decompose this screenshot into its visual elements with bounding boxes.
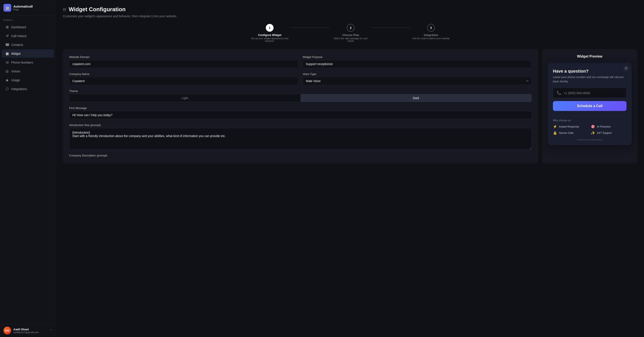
theme-light-button[interactable]: Light: [69, 94, 300, 102]
collapse-sidebar-icon[interactable]: ⊟: [63, 7, 66, 12]
step-line-1: [291, 28, 330, 28]
voice-type-label: Voice Type: [302, 72, 532, 76]
sidebar-item-call-history[interactable]: ↺ Call History: [2, 32, 54, 40]
sidebar-item-dashboard[interactable]: ⊞ Dashboard: [2, 23, 54, 31]
phone-input-icon: 📞: [556, 91, 561, 95]
sidebar-item-label: Dashboard: [11, 26, 26, 29]
preview-title: Widget Preview: [548, 55, 632, 58]
widget-purpose-group: Widget Purpose: [302, 55, 532, 68]
page-subtitle: Customize your widget's appearance and b…: [63, 15, 637, 18]
brand-icon: 🤖: [4, 4, 11, 12]
step-1: 1 Configure Widget Set up your widget ap…: [250, 24, 289, 42]
sidebar-item-label: Voices: [11, 70, 20, 73]
user-email: aadilghani1@gmail.com: [13, 331, 48, 333]
form-row-1: Website Domain Widget Purpose: [69, 55, 532, 68]
feature-label: Secure Calls: [559, 131, 574, 134]
sidebar-item-label: Usage: [11, 78, 20, 82]
first-message-input[interactable]: [69, 111, 532, 119]
lock-icon: 🔒: [553, 131, 557, 135]
feature-ai-precision: 🎯 AI Precision: [591, 125, 626, 129]
sidebar-item-label: Contacts: [11, 43, 23, 47]
theme-label: Theme: [69, 89, 532, 93]
features-grid: ⚡ Instant Response 🎯 AI Precision 🔒 Secu…: [553, 125, 626, 135]
intro-flow-label: Introduction flow (prompt): [69, 123, 532, 127]
brand-plan: Free: [13, 8, 33, 11]
company-desc-group: Company Description (prompt): [69, 154, 532, 157]
feature-secure-calls: 🔒 Secure Calls: [553, 131, 589, 135]
feature-label: AI Precision: [597, 125, 610, 128]
company-desc-label: Company Description (prompt): [69, 154, 532, 157]
widget-subtext: Leave your phone number and our concierg…: [553, 75, 626, 83]
sidebar-item-contacts[interactable]: ☎ Contacts: [2, 41, 54, 49]
powered-by: Powered by Automaticall: [553, 138, 626, 141]
company-name-input[interactable]: [69, 77, 298, 85]
website-domain-group: Website Domain: [69, 55, 298, 68]
lightning-icon: ⚡: [553, 125, 557, 129]
website-domain-input[interactable]: [69, 60, 298, 68]
page-title: Widget Configuration: [69, 6, 126, 13]
content-grid: Website Domain Widget Purpose Company Na…: [63, 49, 637, 163]
widget-purpose-input[interactable]: [302, 60, 532, 68]
user-menu-chevron[interactable]: ⌃: [50, 329, 52, 332]
target-icon: 🎯: [591, 125, 595, 129]
company-name-group: Company Name: [69, 72, 298, 85]
history-icon: ↺: [5, 34, 9, 38]
user-info: Aadil Ghani aadilghani1@gmail.com: [13, 328, 48, 333]
preview-panel: Widget Preview ✕ Have a question? Leave …: [542, 49, 637, 163]
page-header: ⊟ Widget Configuration: [63, 6, 637, 13]
step-3-circle: 3: [427, 24, 435, 32]
sidebar-item-voices[interactable]: ◎ Voices: [2, 67, 54, 75]
widget-icon: ▦: [5, 52, 9, 56]
widget-heading: Have a question?: [553, 69, 626, 74]
feature-label: Instant Response: [559, 125, 579, 128]
widget-purpose-label: Widget Purpose: [302, 55, 532, 59]
stepper: 1 Configure Widget Set up your widget ap…: [63, 24, 637, 42]
grid-icon: ⊞: [5, 25, 9, 29]
feature-instant-response: ⚡ Instant Response: [553, 125, 589, 129]
step-line-2: [372, 28, 410, 28]
sidebar-item-usage[interactable]: ◈ Usage: [2, 76, 54, 84]
sidebar-item-integrations[interactable]: ⬡ Integrations: [2, 85, 54, 93]
form-row-2: Company Name Voice Type Male Voice Femal…: [69, 72, 532, 85]
brand-name: Automaticall: [13, 5, 33, 8]
sidebar-item-phone-numbers[interactable]: ☏ Phone Numbers: [2, 58, 54, 67]
sidebar-item-label: Widget: [11, 52, 21, 55]
step-1-name: Configure Widget: [258, 33, 281, 37]
brand-text: Automaticall Free: [13, 5, 33, 11]
sparkle-icon: ✨: [591, 131, 595, 135]
step-2-circle: 2: [347, 24, 354, 32]
contacts-icon: ☎: [5, 43, 9, 47]
voice-type-select[interactable]: Male Voice Female Voice: [302, 77, 532, 85]
step-3-name: Integration: [424, 33, 438, 37]
step-3-desc: Get the code to add to your website: [412, 37, 450, 40]
sidebar-item-label: Phone Numbers: [11, 61, 33, 64]
integrations-icon: ⬡: [5, 87, 9, 91]
first-message-group: First Message: [69, 106, 532, 119]
sidebar: 🤖 Automaticall Free Platform ⊞ Dashboard…: [0, 0, 56, 337]
widget-close-button[interactable]: ✕: [624, 66, 629, 71]
user-profile[interactable]: AG Aadil Ghani aadilghani1@gmail.com ⌃: [0, 324, 56, 337]
widget-divider: [553, 115, 626, 116]
widget-card: ✕ Have a question? Leave your phone numb…: [548, 63, 632, 145]
feature-247-support: ✨ 24/7 Support: [591, 131, 626, 135]
intro-flow-textarea[interactable]: [Introduction] Start with a friendly int…: [69, 128, 532, 150]
feature-label: 24/7 Support: [597, 131, 612, 134]
phone-icon: ☏: [5, 60, 9, 65]
phone-placeholder-text: +1 (555) 000-0000: [564, 91, 590, 95]
step-1-desc: Set up your widget appearance and behavi…: [250, 37, 289, 42]
theme-dark-button[interactable]: Dark: [300, 94, 532, 102]
avatar: AG: [4, 327, 11, 334]
intro-flow-group: Introduction flow (prompt) [Introduction…: [69, 123, 532, 150]
why-choose-label: Why choose us:: [553, 119, 626, 122]
widget-cta-button[interactable]: Schedule a Call: [553, 101, 626, 111]
widget-phone-input[interactable]: 📞 +1 (555) 000-0000: [553, 88, 626, 98]
user-name: Aadil Ghani: [13, 328, 48, 331]
theme-toggle: Light Dark: [69, 94, 532, 102]
sidebar-item-widget[interactable]: ▦ Widget: [2, 49, 54, 58]
step-1-circle: 1: [266, 24, 274, 32]
sidebar-item-label: Integrations: [11, 87, 27, 91]
voices-icon: ◎: [5, 69, 9, 73]
step-2-name: Choose Plan: [342, 33, 359, 37]
sidebar-item-label: Call History: [11, 34, 27, 38]
step-2-desc: Select the right package for your needs: [331, 37, 370, 42]
